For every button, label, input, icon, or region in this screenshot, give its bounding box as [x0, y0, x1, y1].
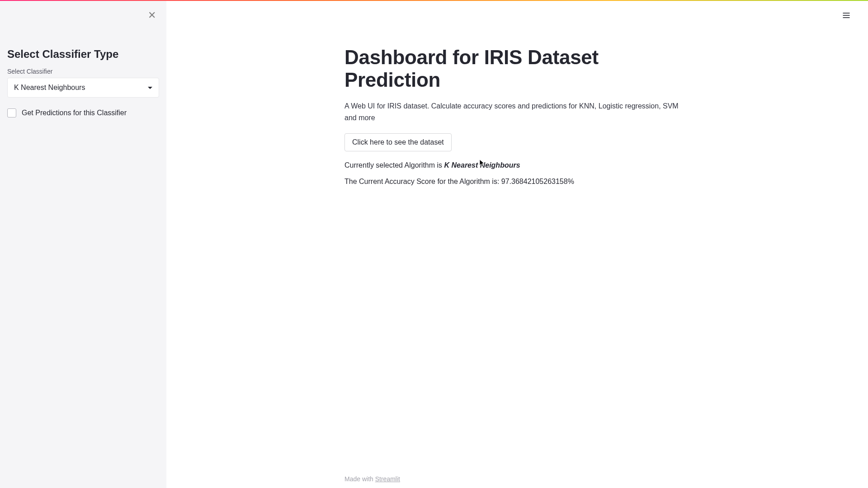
close-sidebar-button[interactable]: ✕: [146, 10, 157, 21]
select-classifier-label: Select Classifier: [7, 68, 159, 75]
selected-algorithm-name: K Nearest Neighbours: [444, 161, 520, 169]
selected-algorithm-line: Currently selected Algorithm is K Neares…: [344, 161, 679, 169]
page-title: Dashboard for IRIS Dataset Prediction: [344, 46, 679, 91]
close-icon: ✕: [148, 10, 156, 20]
chevron-down-icon: [148, 87, 152, 89]
classifier-select[interactable]: K Nearest Neighbours: [7, 78, 159, 98]
classifier-select-value: K Nearest Neighbours: [14, 84, 85, 92]
sidebar-header: Select Classifier Type: [7, 48, 159, 61]
accuracy-score-line: The Current Accuracy Score for the Algor…: [344, 178, 679, 186]
sidebar: ✕ Select Classifier Type Select Classifi…: [0, 1, 166, 488]
accuracy-value: 97.36842105263158%: [501, 178, 574, 185]
hamburger-menu-button[interactable]: [841, 10, 852, 21]
top-gradient-bar: [0, 0, 868, 1]
footer-made-with: Made with: [344, 475, 375, 483]
selected-algorithm-prefix: Currently selected Algorithm is: [344, 161, 444, 169]
predictions-checkbox-label: Get Predictions for this Classifier: [22, 109, 127, 117]
footer: Made with Streamlit: [344, 475, 400, 483]
hamburger-icon: [842, 11, 851, 20]
page-description: A Web UI for IRIS dataset. Calculate acc…: [344, 100, 679, 123]
predictions-checkbox[interactable]: [7, 108, 16, 117]
accuracy-prefix: The Current Accuracy Score for the Algor…: [344, 178, 501, 185]
view-dataset-button[interactable]: Click here to see the dataset: [344, 133, 452, 151]
main-content: Dashboard for IRIS Dataset Prediction A …: [166, 1, 868, 488]
footer-streamlit-link[interactable]: Streamlit: [375, 475, 400, 483]
predictions-checkbox-row[interactable]: Get Predictions for this Classifier: [7, 108, 159, 117]
